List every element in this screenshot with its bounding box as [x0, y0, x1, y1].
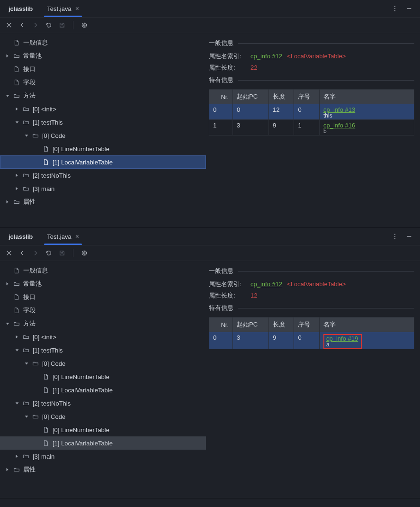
chevron-right-icon[interactable]: [5, 54, 10, 58]
col-name[interactable]: 名字: [320, 317, 414, 332]
details: 一般信息 属性名索引: cp_info #12 <LocalVariableTa…: [206, 33, 420, 227]
close-button[interactable]: [6, 22, 12, 28]
node-constant-pool[interactable]: 常量池: [0, 49, 206, 63]
folder-icon: [13, 92, 20, 99]
table-row[interactable]: 0 0 12 0 cp_info #13this: [209, 104, 414, 120]
link-cpinfo-12[interactable]: cp_info #12: [250, 281, 282, 288]
node-code-0-b[interactable]: [0] Code: [0, 410, 206, 423]
node-method-init[interactable]: [0] <init>: [0, 102, 206, 116]
folder-icon: [23, 400, 30, 407]
node-methods[interactable]: 方法: [0, 89, 206, 102]
node-general-info[interactable]: 一般信息: [0, 36, 206, 49]
folder-icon: [13, 320, 20, 327]
tree[interactable]: 一般信息 常量池 接口 字段 方法 [0] <init> [1] testThi…: [0, 33, 206, 227]
table-row[interactable]: 0 3 9 0 cp_info #19a: [209, 332, 414, 349]
folder-icon: [23, 106, 30, 112]
node-constant-pool[interactable]: 常量池: [0, 277, 206, 290]
section-general: 一般信息: [209, 39, 233, 47]
back-button[interactable]: [19, 250, 26, 256]
col-nr[interactable]: Nr.: [209, 317, 233, 332]
tab-test-java[interactable]: Test.java ×: [41, 0, 85, 17]
forward-button[interactable]: [32, 22, 39, 28]
chevron-right-icon[interactable]: [14, 186, 20, 191]
back-button[interactable]: [19, 22, 26, 28]
details: 一般信息 属性名索引: cp_info #12 <LocalVariableTa…: [206, 261, 420, 498]
tab-label: Test.java: [47, 233, 71, 240]
node-method-main[interactable]: [3] main: [0, 450, 206, 463]
node-method-main[interactable]: [3] main: [0, 182, 206, 195]
minimize-icon[interactable]: [402, 231, 416, 242]
link-cpinfo-16[interactable]: cp_info #16: [323, 122, 355, 129]
chevron-down-icon[interactable]: [5, 321, 10, 326]
chevron-right-icon[interactable]: [14, 107, 20, 111]
node-method-init[interactable]: [0] <init>: [0, 330, 206, 344]
chevron-down-icon[interactable]: [24, 133, 29, 138]
node-attributes[interactable]: 属性: [0, 463, 206, 476]
node-code-0[interactable]: [0] Code: [0, 129, 206, 142]
chevron-right-icon[interactable]: [5, 281, 10, 286]
close-button[interactable]: [6, 250, 12, 256]
node-methods[interactable]: 方法: [0, 317, 206, 330]
node-attributes[interactable]: 属性: [0, 195, 206, 208]
reload-button[interactable]: [45, 250, 52, 256]
col-startpc[interactable]: 起始PC: [233, 90, 269, 104]
chevron-down-icon[interactable]: [14, 348, 20, 353]
folder-icon: [23, 172, 30, 179]
chevron-down-icon[interactable]: [24, 414, 29, 419]
node-linenumbertable-b[interactable]: [0] LineNumberTable: [0, 423, 206, 436]
close-icon[interactable]: ×: [75, 233, 79, 240]
label-attr-name-index: 属性名索引:: [209, 280, 246, 289]
table-row[interactable]: 1 3 9 1 cp_info #16b: [209, 120, 414, 136]
chevron-right-icon[interactable]: [14, 173, 20, 178]
node-linenumbertable[interactable]: [0] LineNumberTable: [0, 142, 206, 155]
node-method-testnothis[interactable]: [2] testNoThis: [0, 169, 206, 182]
node-interfaces[interactable]: 接口: [0, 63, 206, 76]
file-icon: [43, 373, 50, 380]
node-linenumbertable[interactable]: [0] LineNumberTable: [0, 370, 206, 383]
node-code-0[interactable]: [0] Code: [0, 357, 206, 370]
node-method-testthis[interactable]: [1] testThis: [0, 344, 206, 357]
save-button[interactable]: [59, 22, 65, 28]
node-localvariabletable[interactable]: [1] LocalVariableTable: [0, 383, 206, 397]
node-interfaces[interactable]: 接口: [0, 290, 206, 304]
col-nr[interactable]: Nr.: [209, 90, 233, 104]
chevron-right-icon[interactable]: [5, 467, 10, 472]
file-icon: [13, 267, 20, 274]
node-fields[interactable]: 字段: [0, 76, 206, 89]
node-general-info[interactable]: 一般信息: [0, 264, 206, 277]
col-index[interactable]: 序号: [294, 317, 320, 332]
chevron-down-icon[interactable]: [14, 401, 20, 406]
chevron-down-icon[interactable]: [14, 120, 20, 125]
web-button[interactable]: [81, 22, 88, 28]
web-button[interactable]: [81, 250, 88, 256]
link-cpinfo-12[interactable]: cp_info #12: [250, 53, 282, 60]
col-startpc[interactable]: 起始PC: [233, 317, 269, 332]
col-length[interactable]: 长度: [268, 90, 294, 104]
reload-button[interactable]: [45, 22, 52, 28]
kebab-icon[interactable]: [388, 3, 402, 14]
col-name[interactable]: 名字: [320, 90, 414, 104]
local-variable-table[interactable]: Nr. 起始PC 长度 序号 名字 0 0 12 0 cp_info #13th…: [209, 89, 414, 136]
link-cpinfo-19[interactable]: cp_info #19: [326, 335, 358, 342]
forward-button[interactable]: [32, 250, 39, 256]
file-icon: [43, 145, 50, 152]
node-method-testthis[interactable]: [1] testThis: [0, 116, 206, 129]
close-icon[interactable]: ×: [75, 5, 79, 12]
col-index[interactable]: 序号: [294, 90, 320, 104]
node-localvariabletable-b[interactable]: [1] LocalVariableTable: [0, 436, 206, 450]
local-variable-table[interactable]: Nr. 起始PC 长度 序号 名字 0 3 9 0 cp_info #19a: [209, 317, 414, 349]
kebab-icon[interactable]: [388, 231, 402, 242]
chevron-down-icon[interactable]: [24, 361, 29, 366]
node-localvariabletable[interactable]: [1] LocalVariableTable: [0, 155, 206, 169]
minimize-icon[interactable]: [402, 3, 416, 14]
chevron-right-icon[interactable]: [14, 335, 20, 339]
node-fields[interactable]: 字段: [0, 304, 206, 317]
tab-test-java[interactable]: Test.java ×: [41, 228, 85, 245]
node-method-testnothis[interactable]: [2] testNoThis: [0, 397, 206, 410]
save-button[interactable]: [59, 250, 65, 256]
tree[interactable]: 一般信息 常量池 接口 字段 方法 [0] <init> [1] testThi…: [0, 261, 206, 498]
col-length[interactable]: 长度: [268, 317, 294, 332]
chevron-down-icon[interactable]: [5, 93, 10, 98]
chevron-right-icon[interactable]: [14, 454, 20, 459]
chevron-right-icon[interactable]: [5, 199, 10, 204]
